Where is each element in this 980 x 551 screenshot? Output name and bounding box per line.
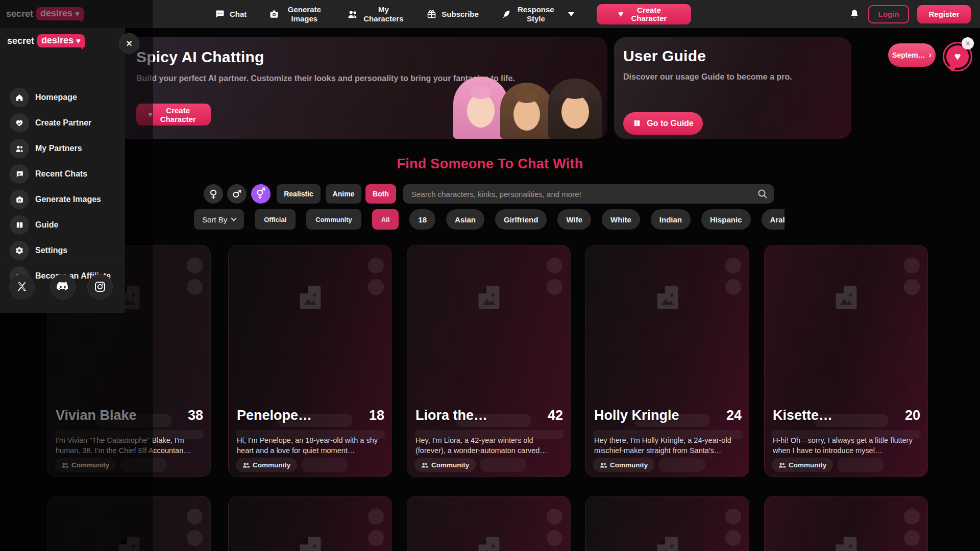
gender-both-button[interactable]: ⚥ — [251, 184, 271, 204]
card-action-circle[interactable] — [547, 279, 562, 295]
hero-banner-guide: User Guide Discover our usage Guide to b… — [614, 37, 851, 139]
character-card[interactable] — [585, 496, 749, 551]
instagram-link[interactable] — [87, 274, 113, 299]
character-card[interactable] — [407, 496, 571, 551]
character-card[interactable] — [764, 496, 928, 551]
sidebar-item-create-partner[interactable]: Create Partner — [0, 113, 125, 133]
chevron-down-icon[interactable] — [568, 12, 574, 19]
heart-icon: ♥ — [76, 37, 81, 44]
chevron-right-icon: › — [929, 51, 932, 60]
camera-icon — [15, 195, 24, 204]
gender-female-button[interactable]: ♀ — [204, 184, 223, 204]
sidebar-item-settings[interactable]: Settings — [0, 240, 125, 261]
nav-item-subscribe[interactable]: Subscribe — [426, 9, 479, 19]
card-action-circle[interactable] — [547, 509, 562, 524]
x-twitter-link[interactable] — [9, 274, 35, 299]
brand-badge: desires♥ — [37, 34, 85, 47]
card-action-circle[interactable] — [725, 530, 741, 546]
card-action-circle[interactable] — [187, 258, 203, 273]
sidebar-item-guide[interactable]: Guide — [0, 215, 125, 235]
login-button[interactable]: Login — [868, 5, 909, 23]
card-action-circle[interactable] — [547, 530, 562, 546]
go-to-guide-label: Go to Guide — [647, 119, 694, 128]
male-icon: ♂ — [232, 188, 242, 200]
card-action-circle[interactable] — [904, 258, 920, 273]
character-card[interactable]: Penelope…18 Hi, I'm Penelope, an 18-year… — [228, 245, 392, 477]
sidebar-item-label: Generate Images — [35, 195, 101, 204]
character-card[interactable]: Holly Kringle24 Hey there, I'm Holly Kri… — [585, 245, 749, 477]
sidebar-item-homepage[interactable]: Homepage — [0, 87, 125, 108]
create-character-label: Create Character — [628, 6, 669, 22]
chip-all[interactable]: All — [372, 209, 399, 230]
brand-logo[interactable]: secret desires♥ — [7, 34, 85, 47]
broken-image-icon — [657, 536, 678, 551]
chip-arabic[interactable]: Arabic — [762, 209, 785, 230]
chip-hispanic[interactable]: Hispanic — [701, 209, 751, 230]
chip-18[interactable]: 18 — [409, 209, 435, 230]
character-description: Hey, I'm Liora, a 42-year winters old (f… — [415, 435, 564, 456]
tag-label: Community — [610, 461, 648, 469]
chat-widget-close-button[interactable]: × — [962, 37, 974, 49]
users-icon — [778, 462, 786, 468]
nav-item-my-characters[interactable]: My Characters — [347, 5, 404, 23]
promo-pill-button[interactable]: Septem… › — [888, 43, 936, 67]
style-realistic-button[interactable]: Realistic — [277, 184, 321, 204]
create-character-button[interactable]: ♥ Create Character — [597, 4, 691, 24]
bell-icon[interactable] — [849, 9, 860, 20]
gender-male-button[interactable]: ♂ — [227, 184, 247, 204]
discord-icon — [56, 281, 69, 292]
gear-icon — [15, 246, 24, 255]
character-age: 20 — [905, 408, 920, 423]
card-action-circle[interactable] — [725, 258, 741, 273]
brand-second: desires — [41, 35, 74, 46]
chip-white[interactable]: White — [602, 209, 640, 230]
card-action-circle[interactable] — [187, 509, 203, 524]
card-action-circle[interactable] — [368, 279, 384, 295]
hero-subtitle: Discover our usage Guide to become a pro… — [623, 72, 844, 82]
drawer-close-button[interactable]: × — [119, 33, 139, 54]
nav-label: My Characters — [363, 5, 404, 23]
sidebar-item-recent-chats[interactable]: Recent Chats — [0, 164, 125, 184]
character-card[interactable]: Liora the…42 Hey, I'm Liora, a 42-year w… — [407, 245, 571, 477]
filter-chip-row: Sort By Official Community All 18 Asian … — [194, 209, 785, 230]
card-action-circle[interactable] — [904, 509, 920, 524]
card-action-circle[interactable] — [725, 279, 741, 295]
chip-official[interactable]: Official — [255, 209, 296, 230]
users-icon — [347, 9, 358, 19]
search-icon[interactable] — [756, 188, 769, 200]
page: secret desires♥ Chat Generate Images My … — [0, 0, 980, 551]
discord-link[interactable] — [50, 274, 76, 299]
sidebar-item-label: Recent Chats — [35, 169, 87, 179]
card-action-circle[interactable] — [904, 279, 920, 295]
chip-wife[interactable]: Wife — [557, 209, 591, 230]
nav-item-response-style[interactable]: Response Style — [501, 5, 574, 23]
card-action-circle[interactable] — [904, 530, 920, 546]
card-action-circle[interactable] — [725, 509, 741, 524]
card-action-circle[interactable] — [187, 279, 203, 295]
card-action-circle[interactable] — [187, 530, 203, 546]
card-action-circle[interactable] — [368, 258, 384, 273]
nav-item-chat[interactable]: Chat — [214, 9, 247, 19]
tag-label: Community — [253, 461, 290, 469]
sidebar-item-my-partners[interactable]: My Partners — [0, 138, 125, 159]
search-input[interactable] — [403, 184, 774, 204]
character-card[interactable]: Kisette…20 H-hi! Oh—sorry, I always get … — [764, 245, 928, 477]
chip-girlfriend[interactable]: Girlfriend — [495, 209, 547, 230]
broken-image-icon — [836, 285, 857, 309]
sidebar-item-generate-images[interactable]: Generate Images — [0, 189, 125, 210]
character-card[interactable] — [228, 496, 392, 551]
chip-asian[interactable]: Asian — [446, 209, 484, 230]
card-action-circle[interactable] — [368, 530, 384, 546]
feather-icon — [501, 9, 511, 19]
card-action-circle[interactable] — [368, 509, 384, 524]
gift-icon — [426, 9, 437, 19]
nav-item-generate-images[interactable]: Generate Images — [269, 5, 325, 23]
go-to-guide-button[interactable]: Go to Guide — [623, 112, 703, 135]
card-action-circle[interactable] — [547, 258, 562, 273]
style-anime-button[interactable]: Anime — [326, 184, 361, 204]
style-both-button[interactable]: Both — [365, 184, 396, 204]
sort-by-dropdown[interactable]: Sort By — [194, 209, 244, 230]
register-button[interactable]: Register — [917, 5, 971, 23]
chip-community[interactable]: Community — [306, 209, 361, 230]
chip-indian[interactable]: Indian — [651, 209, 691, 230]
